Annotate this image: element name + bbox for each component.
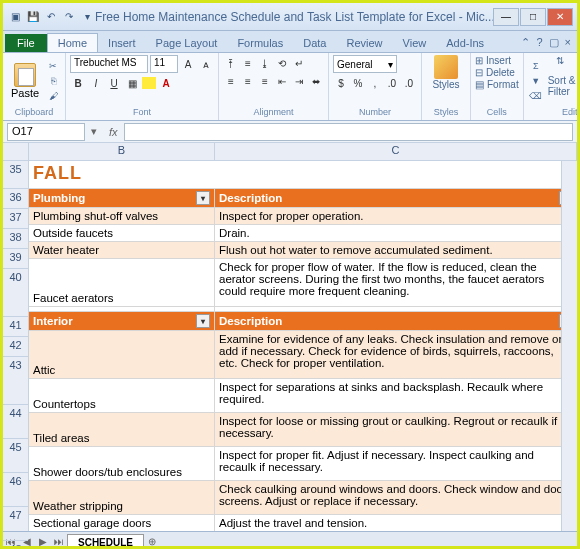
tab-home[interactable]: Home (47, 33, 98, 52)
decrease-decimal-icon[interactable]: .0 (401, 75, 417, 91)
autosum-icon[interactable]: Σ (528, 59, 544, 73)
header-cell[interactable]: Description▾ (215, 189, 577, 207)
qat-dropdown-icon[interactable]: ▾ (79, 9, 95, 25)
decrease-indent-icon[interactable]: ⇤ (274, 73, 290, 89)
cell[interactable]: Faucet aerators (29, 259, 215, 306)
cell[interactable]: Countertops (29, 379, 215, 412)
cell[interactable]: Tiled areas (29, 413, 215, 446)
copy-icon[interactable]: ⎘ (45, 74, 61, 88)
cell[interactable]: Drain. (215, 225, 577, 241)
increase-font-icon[interactable]: A (180, 56, 196, 72)
tab-page-layout[interactable]: Page Layout (146, 34, 228, 52)
increase-decimal-icon[interactable]: .0 (384, 75, 400, 91)
fill-icon[interactable]: ▼ (528, 74, 544, 88)
cell[interactable]: Check caulking around windows and doors.… (215, 481, 577, 514)
cell[interactable] (29, 307, 215, 311)
cell[interactable] (215, 161, 577, 188)
header-cell[interactable]: Description▾ (215, 312, 577, 330)
cell[interactable]: Weather stripping (29, 481, 215, 514)
row-header[interactable]: 46 (3, 473, 28, 507)
tab-addins[interactable]: Add-Ins (436, 34, 494, 52)
minimize-ribbon-icon[interactable]: ⌃ (521, 36, 530, 49)
redo-icon[interactable]: ↷ (61, 9, 77, 25)
align-middle-icon[interactable]: ≡ (240, 55, 256, 71)
undo-icon[interactable]: ↶ (43, 9, 59, 25)
paste-button[interactable]: Paste (7, 55, 43, 106)
italic-button[interactable]: I (88, 75, 104, 91)
align-bottom-icon[interactable]: ⭳ (257, 55, 273, 71)
decrease-font-icon[interactable]: ᴀ (198, 56, 214, 72)
row-header[interactable]: 41 (3, 317, 28, 337)
header-cell[interactable]: Interior▾ (29, 312, 215, 330)
cell[interactable]: Outside faucets (29, 225, 215, 241)
sheet-tab[interactable]: SCHEDULE (67, 534, 144, 550)
delete-cells-button[interactable]: ⊟Delete (475, 67, 519, 78)
cell[interactable]: Water heater (29, 242, 215, 258)
comma-icon[interactable]: , (367, 75, 383, 91)
row-header[interactable]: 45 (3, 439, 28, 473)
column-header-b[interactable]: B (29, 143, 215, 160)
styles-button[interactable]: Styles (426, 55, 466, 106)
row-header[interactable]: 47 (3, 507, 28, 541)
cell[interactable]: Shower doors/tub enclosures (29, 447, 215, 480)
align-top-icon[interactable]: ⭱ (223, 55, 239, 71)
bold-button[interactable]: B (70, 75, 86, 91)
cell[interactable]: Attic (29, 331, 215, 378)
format-cells-button[interactable]: ▤Format (475, 79, 519, 90)
maximize-button[interactable]: □ (520, 8, 546, 26)
help-icon[interactable]: ? (536, 36, 542, 49)
minimize-button[interactable]: — (493, 8, 519, 26)
row-header[interactable]: 35 (3, 161, 28, 189)
cell[interactable]: Inspect for proper operation. (215, 208, 577, 224)
tab-data[interactable]: Data (293, 34, 336, 52)
cell[interactable]: Inspect for separations at sinks and bac… (215, 379, 577, 412)
orientation-icon[interactable]: ⟲ (274, 55, 290, 71)
row-header[interactable]: 40 (3, 269, 28, 317)
close-button[interactable]: ✕ (547, 8, 573, 26)
cell[interactable]: Plumbing shut-off valves (29, 208, 215, 224)
align-right-icon[interactable]: ≡ (257, 73, 273, 89)
align-center-icon[interactable]: ≡ (240, 73, 256, 89)
increase-indent-icon[interactable]: ⇥ (291, 73, 307, 89)
window-x-icon[interactable]: × (565, 36, 571, 49)
underline-button[interactable]: U (106, 75, 122, 91)
cell[interactable]: Check for proper flow of water. If the f… (215, 259, 577, 306)
font-color-icon[interactable]: A (158, 75, 174, 91)
sort-filter-button[interactable]: ⇅ Sort & Filter (548, 55, 580, 106)
currency-icon[interactable]: $ (333, 75, 349, 91)
fx-icon[interactable]: fx (103, 126, 124, 138)
row-header[interactable]: 43 (3, 357, 28, 405)
format-painter-icon[interactable]: 🖌 (45, 89, 61, 103)
percent-icon[interactable]: % (350, 75, 366, 91)
filter-button[interactable]: ▾ (196, 191, 210, 205)
cell[interactable]: Adjust the travel and tension. (215, 515, 577, 531)
row-header[interactable]: 37 (3, 209, 28, 229)
fill-color-icon[interactable] (142, 77, 156, 89)
last-sheet-icon[interactable]: ⏭ (51, 536, 67, 547)
cell[interactable]: Inspect for proper fit. Adjust if necess… (215, 447, 577, 480)
new-sheet-icon[interactable]: ⊕ (144, 536, 160, 547)
cell[interactable]: Examine for evidence of any leaks. Check… (215, 331, 577, 378)
tab-view[interactable]: View (393, 34, 437, 52)
select-all-corner[interactable] (3, 143, 29, 161)
next-sheet-icon[interactable]: ▶ (35, 536, 51, 547)
cell[interactable]: Sectional garage doors (29, 515, 215, 531)
border-icon[interactable]: ▦ (124, 75, 140, 91)
font-name-combo[interactable]: Trebuchet MS (70, 55, 148, 73)
window-restore-icon[interactable]: ▢ (549, 36, 559, 49)
wrap-text-icon[interactable]: ↵ (291, 55, 307, 71)
file-tab[interactable]: File (5, 34, 47, 52)
section-title[interactable]: FALL (29, 161, 215, 188)
header-cell[interactable]: Plumbing▾ (29, 189, 215, 207)
cut-icon[interactable]: ✂ (45, 59, 61, 73)
filter-button[interactable]: ▾ (196, 314, 210, 328)
save-icon[interactable]: 💾 (25, 9, 41, 25)
tab-insert[interactable]: Insert (98, 34, 146, 52)
merge-icon[interactable]: ⬌ (308, 73, 324, 89)
cell[interactable] (215, 307, 577, 311)
clear-icon[interactable]: ⌫ (528, 89, 544, 103)
cell[interactable]: Inspect for loose or missing grout or ca… (215, 413, 577, 446)
number-format-combo[interactable]: General▾ (333, 55, 397, 73)
name-box[interactable]: O17 (7, 123, 85, 141)
tab-review[interactable]: Review (336, 34, 392, 52)
